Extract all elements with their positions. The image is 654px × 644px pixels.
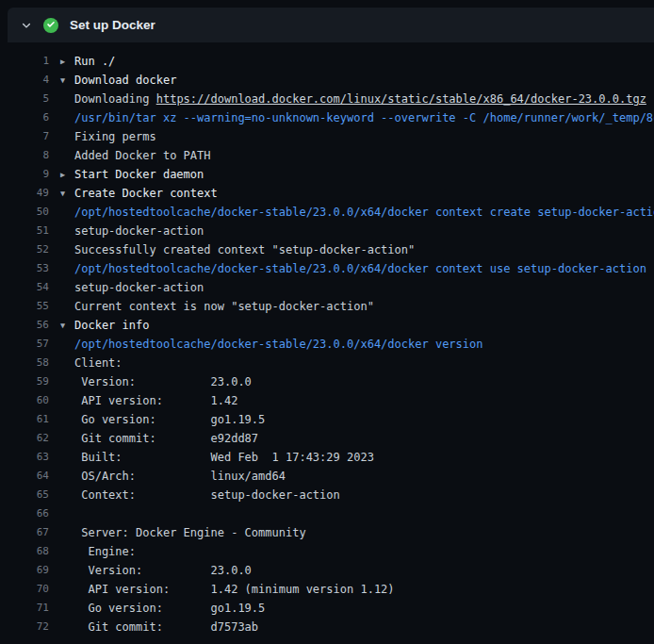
line-number[interactable]: 68 <box>8 542 49 561</box>
log-line: 67 Server: Docker Engine - Community <box>8 523 654 542</box>
log-line: 6/usr/bin/tar xz --warning=no-unknown-ke… <box>8 108 654 127</box>
log-line: 69 Version: 23.0.0 <box>8 561 654 580</box>
step-header[interactable]: Set up Docker <box>8 8 654 42</box>
line-number[interactable]: 66 <box>8 504 49 523</box>
log-line: 7Fixing perms <box>8 127 654 146</box>
line-content[interactable]: ▼Create Docker context <box>49 184 218 203</box>
line-number[interactable]: 7 <box>8 127 49 146</box>
log-text: Engine: <box>49 542 136 561</box>
line-content: Downloading https://download.docker.com/… <box>49 90 646 108</box>
line-number[interactable]: 62 <box>8 429 49 448</box>
log-line: 66 <box>8 504 654 523</box>
log-text: Version: 23.0.0 <box>49 561 252 580</box>
log-line: 50/opt/hostedtoolcache/docker-stable/23.… <box>8 203 654 222</box>
log-line: 72 Git commit: d7573ab <box>8 618 654 636</box>
log-line: 57/opt/hostedtoolcache/docker-stable/23.… <box>8 335 654 354</box>
log-text: setup-docker-action <box>49 222 204 240</box>
group-title[interactable]: Run ./ <box>74 55 115 68</box>
line-number[interactable]: 1 <box>8 52 49 71</box>
line-number[interactable]: 52 <box>8 240 49 259</box>
log-text: Fixing perms <box>49 127 156 146</box>
line-number[interactable]: 54 <box>8 278 49 297</box>
line-number[interactable]: 59 <box>8 372 49 391</box>
line-number[interactable]: 56 <box>8 316 49 335</box>
log-text: Git commit: d7573ab <box>49 618 258 636</box>
log-text: Go version: go1.19.5 <box>49 410 265 429</box>
log-line: 4▼Download docker <box>8 71 654 90</box>
line-number[interactable]: 5 <box>8 90 49 108</box>
log-line: 54setup-docker-action <box>8 278 654 297</box>
log-command-text: /usr/bin/tar xz --warning=no-unknown-key… <box>49 108 654 127</box>
log-text: API version: 1.42 <box>49 391 237 410</box>
log-command-text: /opt/hostedtoolcache/docker-stable/23.0.… <box>49 335 482 354</box>
log-lines: 1▶Run ./4▼Download docker5Downloading ht… <box>8 42 654 636</box>
group-title[interactable]: Download docker <box>74 74 176 87</box>
success-check-circle-icon <box>43 18 58 33</box>
log-line: 63 Built: Wed Feb 1 17:43:29 2023 <box>8 448 654 467</box>
line-content[interactable]: ▼Download docker <box>49 71 176 90</box>
log-text: API version: 1.42 (minimum version 1.12) <box>49 580 395 599</box>
log-text: Current context is now "setup-docker-act… <box>49 297 374 316</box>
line-content[interactable]: ▼Docker info <box>49 316 149 335</box>
line-number[interactable]: 70 <box>8 580 49 599</box>
line-number[interactable]: 60 <box>8 391 49 410</box>
log-text: Successfully created context "setup-dock… <box>49 240 415 259</box>
log-line: 51setup-docker-action <box>8 222 654 240</box>
line-number[interactable]: 50 <box>8 203 49 222</box>
log-text: Built: Wed Feb 1 17:43:29 2023 <box>49 448 374 467</box>
log-line: 8Added Docker to PATH <box>8 146 654 165</box>
line-number[interactable]: 57 <box>8 335 49 354</box>
log-line: 71 Go version: go1.19.5 <box>8 599 654 618</box>
line-number[interactable]: 8 <box>8 146 49 165</box>
group-expanded-arrow-icon[interactable]: ▼ <box>60 316 74 335</box>
log-line: 56▼Docker info <box>8 316 654 335</box>
log-line: 64 OS/Arch: linux/amd64 <box>8 467 654 486</box>
line-number[interactable]: 71 <box>8 599 49 618</box>
log-line: 68 Engine: <box>8 542 654 561</box>
log-text: Server: Docker Engine - Community <box>49 523 306 542</box>
group-collapsed-arrow-icon[interactable]: ▶ <box>60 165 74 184</box>
log-line: 1▶Run ./ <box>8 52 654 71</box>
line-number[interactable]: 6 <box>8 108 49 127</box>
line-number[interactable]: 67 <box>8 523 49 542</box>
group-expanded-arrow-icon[interactable]: ▼ <box>60 184 74 203</box>
group-title[interactable]: Docker info <box>74 319 149 332</box>
log-line: 52Successfully created context "setup-do… <box>8 240 654 259</box>
line-number[interactable]: 51 <box>8 222 49 240</box>
log-command-text: /opt/hostedtoolcache/docker-stable/23.0.… <box>49 259 646 278</box>
log-line: 58Client: <box>8 354 654 372</box>
log-text: setup-docker-action <box>49 278 204 297</box>
log-text: Added Docker to PATH <box>49 146 211 165</box>
log-line: 65 Context: setup-docker-action <box>8 486 654 504</box>
line-number[interactable]: 65 <box>8 486 49 504</box>
line-number[interactable]: 58 <box>8 354 49 372</box>
step-log-card: Set up Docker 1▶Run ./4▼Download docker5… <box>8 8 654 636</box>
line-number[interactable]: 72 <box>8 618 49 636</box>
group-expanded-arrow-icon[interactable]: ▼ <box>60 71 74 90</box>
line-number[interactable]: 69 <box>8 561 49 580</box>
group-title[interactable]: Create Docker context <box>74 187 218 200</box>
log-line: 60 API version: 1.42 <box>8 391 654 410</box>
line-number[interactable]: 9 <box>8 165 49 184</box>
log-link[interactable]: https://download.docker.com/linux/static… <box>156 92 646 106</box>
log-text: Context: setup-docker-action <box>49 486 340 504</box>
line-number[interactable]: 53 <box>8 259 49 278</box>
line-number[interactable]: 49 <box>8 184 49 203</box>
group-title[interactable]: Start Docker daemon <box>74 168 204 181</box>
log-line: 9▶Start Docker daemon <box>8 165 654 184</box>
chevron-down-icon[interactable] <box>19 18 34 33</box>
log-line: 55Current context is now "setup-docker-a… <box>8 297 654 316</box>
line-number[interactable]: 63 <box>8 448 49 467</box>
line-number[interactable]: 64 <box>8 467 49 486</box>
line-number[interactable]: 55 <box>8 297 49 316</box>
line-content[interactable]: ▶Start Docker daemon <box>49 165 204 184</box>
line-content[interactable]: ▶Run ./ <box>49 52 115 71</box>
log-command-text: /opt/hostedtoolcache/docker-stable/23.0.… <box>49 203 654 222</box>
log-line: 70 API version: 1.42 (minimum version 1.… <box>8 580 654 599</box>
line-number[interactable]: 61 <box>8 410 49 429</box>
line-number[interactable]: 4 <box>8 71 49 90</box>
log-text: Go version: go1.19.5 <box>49 599 265 618</box>
log-line: 53/opt/hostedtoolcache/docker-stable/23.… <box>8 259 654 278</box>
group-collapsed-arrow-icon[interactable]: ▶ <box>60 52 74 71</box>
log-text: Git commit: e92dd87 <box>49 429 258 448</box>
